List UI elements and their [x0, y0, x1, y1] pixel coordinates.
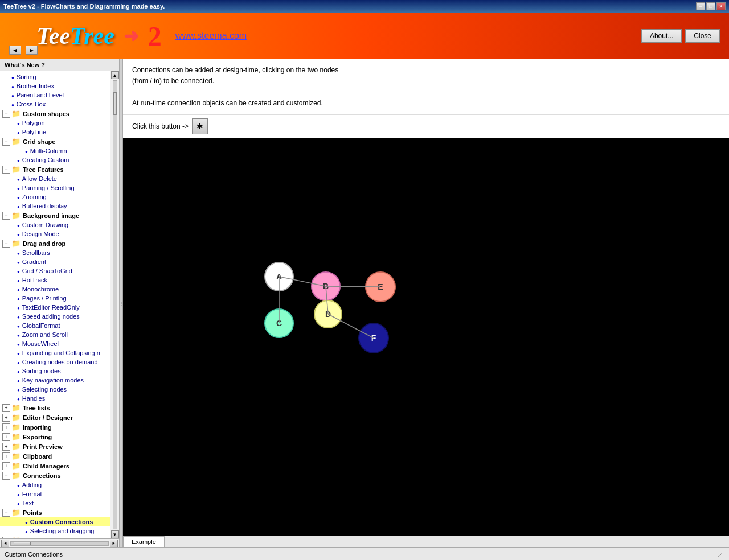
sidebar-folder-item[interactable]: −📁Drag and drop — [0, 238, 110, 248]
expand-icon[interactable]: + — [2, 462, 10, 470]
about-button[interactable]: About... — [641, 29, 682, 43]
next-button[interactable]: ► — [26, 46, 38, 55]
app-logo: TeeTree — [36, 22, 114, 50]
circle-node-d[interactable]: D — [314, 300, 342, 328]
tab-example[interactable]: Example — [123, 536, 165, 547]
sidebar-leaf-item[interactable]: ●Text — [0, 499, 110, 508]
sidebar-leaf-item[interactable]: ●Buffered display — [0, 201, 110, 211]
expand-icon[interactable]: + — [2, 433, 10, 441]
sidebar-leaf-item[interactable]: ●Brother Index — [0, 81, 110, 90]
sidebar-leaf-item[interactable]: ●Sorting nodes — [0, 367, 110, 376]
header: ◄ ► TeeTree ➜ 2 www.steema.com About... … — [0, 13, 729, 59]
expand-icon[interactable]: − — [2, 212, 10, 220]
sidebar-leaf-item[interactable]: ●TextEditor ReadOnly — [0, 303, 110, 312]
expand-icon[interactable]: − — [2, 509, 10, 517]
sidebar-leaf-item[interactable]: ●Allow Delete — [0, 174, 110, 183]
sidebar-leaf-item[interactable]: ●Adding — [0, 480, 110, 489]
sidebar-leaf-item[interactable]: ●Selecting nodes — [0, 385, 110, 394]
sidebar-leaf-item[interactable]: ●Handles — [0, 394, 110, 403]
expand-icon[interactable]: − — [2, 472, 10, 480]
sidebar-folder-item[interactable]: +📁Child Managers — [0, 461, 110, 471]
sidebar-leaf-item[interactable]: ●Monochrome — [0, 285, 110, 294]
sidebar-leaf-item[interactable]: ●Format — [0, 489, 110, 499]
window-close-button[interactable]: ✕ — [716, 2, 726, 10]
sidebar-folder-item[interactable]: −📁Points — [0, 508, 110, 517]
sidebar-folder-item[interactable]: −📁Connections — [0, 471, 110, 480]
sidebar-leaf-item[interactable]: ●Scrollbars — [0, 248, 110, 257]
sidebar-folder-item[interactable]: +📁Exporting — [0, 432, 110, 442]
sidebar-folder-item[interactable]: −📁Background image — [0, 211, 110, 220]
sidebar-leaf-item[interactable]: ●Cross-Box — [0, 100, 110, 109]
sidebar-leaf-item[interactable]: ●Polygon — [0, 118, 110, 127]
sidebar-leaf-item[interactable]: ●HotTrack — [0, 275, 110, 285]
sidebar-folder-item[interactable]: +📁Print Preview — [0, 442, 110, 451]
maximize-button[interactable]: □ — [706, 2, 715, 10]
sidebar-leaf-item[interactable]: ●Design Mode — [0, 229, 110, 238]
sidebar-hscrollbar[interactable]: ◄ ► — [0, 538, 119, 547]
scroll-up-button[interactable]: ▲ — [111, 71, 119, 79]
scroll-thumb[interactable] — [113, 92, 117, 115]
folder-label: Custom shapes — [23, 110, 69, 117]
close-button[interactable]: Close — [685, 29, 720, 43]
sidebar-leaf-item[interactable]: ●Sorting — [0, 72, 110, 81]
sidebar-scrollbar[interactable]: ▲ ▼ — [110, 71, 119, 538]
sidebar-folder-item[interactable]: +📁Clipboard — [0, 451, 110, 461]
circle-node-a[interactable]: A — [264, 262, 294, 291]
sidebar-folder-item[interactable]: −📁Custom shapes — [0, 109, 110, 118]
sidebar-leaf-item[interactable]: ●Parent and Level — [0, 90, 110, 100]
sidebar-leaf-item[interactable]: ●Selecting and dragging — [0, 526, 110, 536]
demo-button[interactable]: ✱ — [192, 118, 208, 134]
folder-icon: 📁 — [11, 137, 21, 146]
circle-node-c[interactable]: C — [264, 308, 294, 338]
sidebar-leaf-item[interactable]: ●MouseWheel — [0, 339, 110, 348]
sidebar-leaf-item[interactable]: ●Grid / SnapToGrid — [0, 266, 110, 275]
content-description: Connections can be added at design-time,… — [123, 59, 729, 115]
hscroll-left-button[interactable]: ◄ — [1, 540, 9, 547]
hscroll-right-button[interactable]: ► — [110, 540, 118, 547]
scroll-down-button[interactable]: ▼ — [111, 530, 119, 538]
minimize-button[interactable]: − — [696, 2, 705, 10]
leaf-label: Brother Index — [17, 83, 54, 89]
sidebar-leaf-item[interactable]: ●GlobalFormat — [0, 321, 110, 330]
sidebar-leaf-item[interactable]: ●Multi-Column — [0, 146, 110, 155]
sidebar-leaf-item[interactable]: ●PolyLine — [0, 127, 110, 137]
expand-icon[interactable]: + — [2, 452, 10, 460]
bullet-icon: ● — [17, 177, 20, 182]
sidebar-leaf-item[interactable]: ●Panning / Scrolling — [0, 183, 110, 192]
sidebar-leaf-item[interactable]: ●Creating nodes on demand — [0, 357, 110, 367]
sidebar-leaf-item[interactable]: ●Expanding and Collapsing n — [0, 348, 110, 357]
sidebar-leaf-item[interactable]: ●Custom Connections — [0, 517, 110, 526]
expand-icon[interactable]: + — [2, 443, 10, 451]
prev-button[interactable]: ◄ — [9, 46, 21, 55]
hscroll-thumb[interactable] — [14, 542, 31, 545]
expand-icon[interactable]: + — [2, 414, 10, 422]
sidebar-folder-item[interactable]: +📁Importing — [0, 422, 110, 432]
sidebar-folder-item[interactable]: −📁Tree Features — [0, 164, 110, 174]
folder-label: Points — [23, 509, 42, 516]
leaf-label: Panning / Scrolling — [22, 184, 75, 191]
expand-icon[interactable]: − — [2, 110, 10, 118]
sidebar-folder-item[interactable]: +📁Tree lists — [0, 403, 110, 413]
bullet-icon: ● — [17, 251, 20, 256]
sidebar-leaf-item[interactable]: ●Gradient — [0, 257, 110, 266]
sidebar-leaf-item[interactable]: ●Speed adding nodes — [0, 312, 110, 321]
sidebar-tree[interactable]: ●Sorting●Brother Index●Parent and Level●… — [0, 71, 110, 538]
expand-icon[interactable]: − — [2, 166, 10, 174]
expand-icon[interactable]: − — [2, 240, 10, 248]
sidebar-leaf-item[interactable]: ●Key navigation modes — [0, 376, 110, 385]
expand-icon[interactable]: + — [2, 404, 10, 412]
circle-node-b[interactable]: B — [311, 271, 341, 301]
sidebar-leaf-item[interactable]: ●Zooming — [0, 192, 110, 201]
sidebar-folder-item[interactable]: +📁Editor / Designer — [0, 413, 110, 422]
sidebar-leaf-item[interactable]: ●Custom Drawing — [0, 220, 110, 229]
sidebar-leaf-item[interactable]: ●Pages / Printing — [0, 294, 110, 303]
expand-icon[interactable]: − — [2, 138, 10, 146]
sidebar-leaf-item[interactable]: ●Zoom and Scroll — [0, 330, 110, 339]
website-link[interactable]: www.steema.com — [175, 31, 247, 41]
circle-node-f[interactable]: F — [358, 323, 389, 353]
expand-icon[interactable]: + — [2, 423, 10, 431]
description-line1: Connections can be added at design-time,… — [132, 65, 720, 76]
sidebar-leaf-item[interactable]: ●Creating Custom — [0, 155, 110, 164]
circle-node-e[interactable]: E — [365, 271, 396, 302]
sidebar-folder-item[interactable]: −📁Grid shape — [0, 137, 110, 146]
